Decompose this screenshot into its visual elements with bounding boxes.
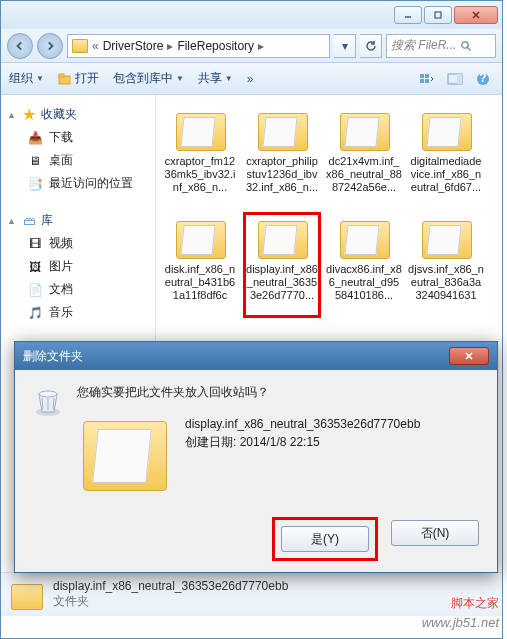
watermark-url: www.jb51.net <box>422 613 499 633</box>
folder-item-selected[interactable]: display.inf_x86_neutral_36353e26d7770... <box>244 213 320 317</box>
download-icon: 📥 <box>27 130 43 146</box>
folder-item[interactable]: divacx86.inf_x86_neutral_d9558410186... <box>326 213 402 317</box>
folder-icon <box>9 580 43 610</box>
picture-icon: 🖼 <box>27 259 43 275</box>
folder-icon <box>336 107 392 151</box>
share-menu[interactable]: 共享▼ <box>198 70 233 87</box>
help-button[interactable]: ? <box>472 69 494 89</box>
sidebar-item-videos[interactable]: 🎞视频 <box>5 232 151 255</box>
dialog-created-value: 2014/1/8 22:15 <box>240 435 320 449</box>
watermark: 脚本之家 www.jb51.net <box>422 593 499 633</box>
breadcrumb-sep: ▸ <box>258 39 264 53</box>
include-library-menu[interactable]: 包含到库中▼ <box>113 70 184 87</box>
folder-icon <box>254 215 310 259</box>
recent-icon: 📑 <box>27 176 43 192</box>
folder-icon <box>77 411 171 495</box>
minimize-button[interactable] <box>394 6 422 24</box>
sidebar-item-desktop[interactable]: 🖥桌面 <box>5 149 151 172</box>
folder-icon <box>254 107 310 151</box>
search-placeholder: 搜索 FileR... <box>391 37 456 54</box>
svg-rect-10 <box>420 79 424 83</box>
svg-text:?: ? <box>479 72 486 85</box>
watermark-brand: 脚本之家 <box>422 593 499 613</box>
dialog-filename: display.inf_x86_neutral_36353e26d7770ebb <box>185 415 420 433</box>
no-button-wrap: 否(N) <box>391 520 479 558</box>
recycle-bin-icon <box>31 384 65 418</box>
status-filename: display.inf_x86_neutral_36353e26d7770ebb <box>53 579 288 593</box>
video-icon: 🎞 <box>27 236 43 252</box>
folder-item[interactable]: disk.inf_x86_neutral_b431b61a11f8df6c <box>162 213 238 317</box>
yes-button[interactable]: 是(Y) <box>281 526 369 552</box>
library-icon: 🗃 <box>21 213 37 229</box>
search-input[interactable]: 搜索 FileR... <box>386 34 496 58</box>
sidebar-item-recent[interactable]: 📑最近访问的位置 <box>5 172 151 195</box>
command-bar: 组织▼ 打开 包含到库中▼ 共享▼ » ? <box>1 63 502 95</box>
dialog-close-button[interactable] <box>449 347 489 365</box>
favorites-group[interactable]: ▲★收藏夹 <box>5 103 151 126</box>
svg-rect-11 <box>425 79 429 83</box>
breadcrumb-sep: « <box>92 39 99 53</box>
folder-icon <box>72 39 88 53</box>
forward-button[interactable] <box>37 33 63 59</box>
sidebar-item-documents[interactable]: 📄文档 <box>5 278 151 301</box>
folder-icon <box>418 107 474 151</box>
delete-confirmation-dialog: 删除文件夹 您确实要把此文件夹放入回收站吗？ display.inf_x86_n… <box>14 341 498 573</box>
back-button[interactable] <box>7 33 33 59</box>
folder-icon <box>172 107 228 151</box>
view-options-button[interactable] <box>416 69 438 89</box>
address-bar[interactable]: « DriverStore ▸ FileRepository ▸ <box>67 34 330 58</box>
svg-point-19 <box>39 391 57 397</box>
svg-rect-1 <box>435 12 441 18</box>
yes-button-highlight: 是(Y) <box>275 520 375 558</box>
refresh-button[interactable] <box>360 34 382 58</box>
folder-item[interactable]: djsvs.inf_x86_neutral_836a3a3240941631 <box>408 213 484 317</box>
open-button[interactable]: 打开 <box>58 70 99 87</box>
preview-pane-button[interactable] <box>444 69 466 89</box>
organize-menu[interactable]: 组织▼ <box>9 70 44 87</box>
close-button[interactable] <box>454 6 498 24</box>
open-icon <box>58 72 72 86</box>
svg-rect-13 <box>457 74 462 84</box>
folder-icon <box>418 215 474 259</box>
svg-point-4 <box>462 41 468 47</box>
dialog-title: 删除文件夹 <box>23 348 83 365</box>
folder-icon <box>336 215 392 259</box>
star-icon: ★ <box>21 107 37 123</box>
folder-icon <box>172 215 228 259</box>
dialog-created-label: 创建日期: <box>185 435 240 449</box>
breadcrumb-sep: ▸ <box>167 39 173 53</box>
navigation-bar: « DriverStore ▸ FileRepository ▸ ▾ 搜索 Fi… <box>1 29 502 63</box>
svg-rect-8 <box>420 74 424 78</box>
breadcrumb-seg[interactable]: FileRepository <box>177 39 254 53</box>
music-icon: 🎵 <box>27 305 43 321</box>
sidebar-item-downloads[interactable]: 📥下载 <box>5 126 151 149</box>
desktop-icon: 🖥 <box>27 153 43 169</box>
svg-rect-7 <box>59 74 64 77</box>
window-titlebar <box>1 1 502 29</box>
dialog-question: 您确实要把此文件夹放入回收站吗？ <box>77 384 481 401</box>
svg-line-5 <box>468 47 471 50</box>
folder-item[interactable]: digitalmediadevice.inf_x86_neutral_6fd67… <box>408 105 484 209</box>
libraries-group[interactable]: ▲🗃库 <box>5 209 151 232</box>
sidebar-item-pictures[interactable]: 🖼图片 <box>5 255 151 278</box>
folder-item[interactable]: cxraptor_philipstuv1236d_ibv32.inf_x86_n… <box>244 105 320 209</box>
maximize-button[interactable] <box>424 6 452 24</box>
no-button[interactable]: 否(N) <box>391 520 479 546</box>
folder-item[interactable]: dc21x4vm.inf_x86_neutral_8887242a56e... <box>326 105 402 209</box>
sidebar-item-music[interactable]: 🎵音乐 <box>5 301 151 324</box>
folder-item[interactable]: cxraptor_fm1236mk5_ibv32.inf_x86_n... <box>162 105 238 209</box>
address-dropdown[interactable]: ▾ <box>334 34 356 58</box>
breadcrumb-seg[interactable]: DriverStore <box>103 39 164 53</box>
document-icon: 📄 <box>27 282 43 298</box>
toolbar-overflow[interactable]: » <box>247 72 254 86</box>
status-type: 文件夹 <box>53 593 288 610</box>
svg-rect-9 <box>425 74 429 78</box>
dialog-titlebar: 删除文件夹 <box>15 342 497 370</box>
search-icon <box>460 40 472 52</box>
